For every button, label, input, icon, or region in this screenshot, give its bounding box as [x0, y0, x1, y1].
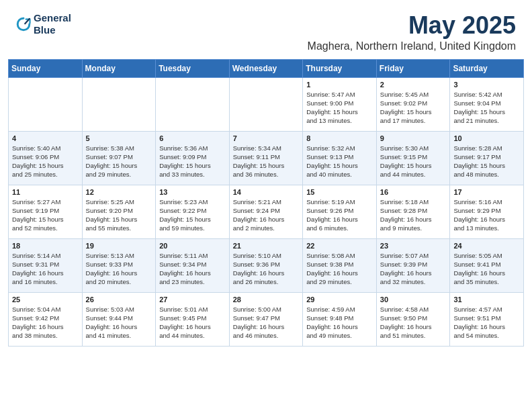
calendar-day-cell: 27Sunrise: 5:01 AM Sunset: 9:45 PM Dayli…	[156, 292, 230, 346]
day-number: 15	[306, 188, 373, 196]
calendar-day-cell: 23Sunrise: 5:07 AM Sunset: 9:39 PM Dayli…	[376, 238, 450, 292]
page-header: General Blue May 2025 Maghera, Northern …	[0, 0, 532, 59]
calendar-day-cell: 10Sunrise: 5:28 AM Sunset: 9:17 PM Dayli…	[450, 131, 524, 185]
day-info: Sunrise: 5:34 AM Sunset: 9:11 PM Dayligh…	[233, 144, 300, 179]
logo: General Blue	[16, 12, 71, 36]
day-info: Sunrise: 5:45 AM Sunset: 9:02 PM Dayligh…	[380, 90, 447, 126]
day-number: 16	[380, 188, 447, 196]
day-info: Sunrise: 5:16 AM Sunset: 9:29 PM Dayligh…	[453, 197, 520, 233]
calendar-week-row: 11Sunrise: 5:27 AM Sunset: 9:19 PM Dayli…	[9, 185, 524, 238]
calendar-day-cell: 17Sunrise: 5:16 AM Sunset: 9:29 PM Dayli…	[450, 185, 524, 238]
day-number: 9	[380, 134, 447, 142]
day-number: 24	[453, 242, 520, 250]
day-number: 13	[159, 188, 226, 196]
day-info: Sunrise: 5:40 AM Sunset: 9:06 PM Dayligh…	[12, 144, 79, 179]
day-number: 2	[380, 81, 447, 89]
day-number: 17	[453, 188, 520, 196]
calendar-day-cell: 18Sunrise: 5:14 AM Sunset: 9:31 PM Dayli…	[9, 238, 83, 292]
day-info: Sunrise: 4:57 AM Sunset: 9:51 PM Dayligh…	[453, 305, 520, 340]
weekday-header-saturday: Saturday	[450, 59, 524, 77]
calendar-day-cell: 31Sunrise: 4:57 AM Sunset: 9:51 PM Dayli…	[450, 292, 524, 346]
logo-text: General Blue	[34, 12, 71, 36]
day-info: Sunrise: 5:38 AM Sunset: 9:07 PM Dayligh…	[86, 144, 152, 179]
day-info: Sunrise: 5:11 AM Sunset: 9:34 PM Dayligh…	[159, 251, 226, 287]
day-info: Sunrise: 5:14 AM Sunset: 9:31 PM Dayligh…	[12, 251, 79, 287]
calendar-container: SundayMondayTuesdayWednesdayThursdayFrid…	[0, 59, 532, 355]
day-number: 18	[12, 242, 79, 250]
calendar-day-cell: 7Sunrise: 5:34 AM Sunset: 9:11 PM Daylig…	[229, 131, 303, 185]
calendar-day-cell: 11Sunrise: 5:27 AM Sunset: 9:19 PM Dayli…	[9, 185, 83, 238]
day-number: 12	[86, 188, 152, 196]
day-info: Sunrise: 5:19 AM Sunset: 9:26 PM Dayligh…	[306, 197, 373, 233]
calendar-week-row: 18Sunrise: 5:14 AM Sunset: 9:31 PM Dayli…	[9, 238, 524, 292]
location: Maghera, Northern Ireland, United Kingdo…	[308, 40, 516, 52]
calendar-day-cell: 29Sunrise: 4:59 AM Sunset: 9:48 PM Dayli…	[303, 292, 377, 346]
day-info: Sunrise: 5:00 AM Sunset: 9:47 PM Dayligh…	[233, 305, 300, 340]
calendar-day-cell: 8Sunrise: 5:32 AM Sunset: 9:13 PM Daylig…	[303, 131, 377, 185]
calendar-day-cell: 25Sunrise: 5:04 AM Sunset: 9:42 PM Dayli…	[9, 292, 83, 346]
day-number: 4	[12, 134, 79, 142]
day-info: Sunrise: 5:03 AM Sunset: 9:44 PM Dayligh…	[86, 305, 152, 340]
day-number: 19	[86, 242, 152, 250]
calendar-day-cell: 2Sunrise: 5:45 AM Sunset: 9:02 PM Daylig…	[376, 77, 450, 131]
calendar-day-cell	[82, 77, 156, 131]
calendar-table: SundayMondayTuesdayWednesdayThursdayFrid…	[8, 59, 524, 347]
day-number: 30	[380, 295, 447, 304]
day-info: Sunrise: 5:36 AM Sunset: 9:09 PM Dayligh…	[159, 144, 226, 179]
day-info: Sunrise: 5:32 AM Sunset: 9:13 PM Dayligh…	[306, 144, 373, 179]
day-info: Sunrise: 5:47 AM Sunset: 9:00 PM Dayligh…	[306, 90, 373, 126]
day-info: Sunrise: 5:27 AM Sunset: 9:19 PM Dayligh…	[12, 197, 79, 233]
day-number: 29	[306, 295, 373, 304]
calendar-day-cell: 14Sunrise: 5:21 AM Sunset: 9:24 PM Dayli…	[229, 185, 303, 238]
month-title: May 2025	[308, 12, 516, 39]
day-info: Sunrise: 5:07 AM Sunset: 9:39 PM Dayligh…	[380, 251, 447, 287]
day-info: Sunrise: 5:25 AM Sunset: 9:20 PM Dayligh…	[86, 197, 152, 233]
calendar-day-cell: 1Sunrise: 5:47 AM Sunset: 9:00 PM Daylig…	[303, 77, 377, 131]
day-number: 1	[306, 81, 373, 89]
calendar-week-row: 25Sunrise: 5:04 AM Sunset: 9:42 PM Dayli…	[9, 292, 524, 346]
calendar-day-cell: 30Sunrise: 4:58 AM Sunset: 9:50 PM Dayli…	[376, 292, 450, 346]
calendar-day-cell: 6Sunrise: 5:36 AM Sunset: 9:09 PM Daylig…	[156, 131, 230, 185]
calendar-day-cell	[156, 77, 230, 131]
calendar-day-cell	[9, 77, 83, 131]
day-number: 8	[306, 134, 373, 142]
day-info: Sunrise: 5:23 AM Sunset: 9:22 PM Dayligh…	[159, 197, 226, 233]
day-number: 7	[233, 134, 300, 142]
day-number: 11	[12, 188, 79, 196]
calendar-day-cell: 4Sunrise: 5:40 AM Sunset: 9:06 PM Daylig…	[9, 131, 83, 185]
day-number: 6	[159, 134, 226, 142]
calendar-day-cell: 9Sunrise: 5:30 AM Sunset: 9:15 PM Daylig…	[376, 131, 450, 185]
day-info: Sunrise: 5:10 AM Sunset: 9:36 PM Dayligh…	[233, 251, 300, 287]
title-section: May 2025 Maghera, Northern Ireland, Unit…	[308, 12, 516, 52]
calendar-day-cell: 12Sunrise: 5:25 AM Sunset: 9:20 PM Dayli…	[82, 185, 156, 238]
day-number: 10	[453, 134, 520, 142]
day-number: 14	[233, 188, 300, 196]
calendar-day-cell: 22Sunrise: 5:08 AM Sunset: 9:38 PM Dayli…	[303, 238, 377, 292]
weekday-header-friday: Friday	[376, 59, 450, 77]
logo-line2: Blue	[34, 24, 71, 36]
day-info: Sunrise: 5:08 AM Sunset: 9:38 PM Dayligh…	[306, 251, 373, 287]
calendar-day-cell: 5Sunrise: 5:38 AM Sunset: 9:07 PM Daylig…	[82, 131, 156, 185]
calendar-day-cell: 15Sunrise: 5:19 AM Sunset: 9:26 PM Dayli…	[303, 185, 377, 238]
calendar-week-row: 4Sunrise: 5:40 AM Sunset: 9:06 PM Daylig…	[9, 131, 524, 185]
day-number: 20	[159, 242, 226, 250]
day-info: Sunrise: 5:18 AM Sunset: 9:28 PM Dayligh…	[380, 197, 447, 233]
day-number: 21	[233, 242, 300, 250]
day-number: 5	[86, 134, 152, 142]
day-info: Sunrise: 5:42 AM Sunset: 9:04 PM Dayligh…	[453, 90, 520, 126]
day-info: Sunrise: 5:01 AM Sunset: 9:45 PM Dayligh…	[159, 305, 226, 340]
day-info: Sunrise: 5:21 AM Sunset: 9:24 PM Dayligh…	[233, 197, 300, 233]
weekday-header-wednesday: Wednesday	[229, 59, 303, 77]
calendar-day-cell: 13Sunrise: 5:23 AM Sunset: 9:22 PM Dayli…	[156, 185, 230, 238]
day-number: 23	[380, 242, 447, 250]
day-info: Sunrise: 5:13 AM Sunset: 9:33 PM Dayligh…	[86, 251, 152, 287]
calendar-day-cell: 28Sunrise: 5:00 AM Sunset: 9:47 PM Dayli…	[229, 292, 303, 346]
day-info: Sunrise: 4:58 AM Sunset: 9:50 PM Dayligh…	[380, 305, 447, 340]
calendar-header-row: SundayMondayTuesdayWednesdayThursdayFrid…	[9, 59, 524, 77]
calendar-day-cell: 20Sunrise: 5:11 AM Sunset: 9:34 PM Dayli…	[156, 238, 230, 292]
calendar-day-cell: 3Sunrise: 5:42 AM Sunset: 9:04 PM Daylig…	[450, 77, 524, 131]
day-info: Sunrise: 5:28 AM Sunset: 9:17 PM Dayligh…	[453, 144, 520, 179]
day-info: Sunrise: 4:59 AM Sunset: 9:48 PM Dayligh…	[306, 305, 373, 340]
day-info: Sunrise: 5:04 AM Sunset: 9:42 PM Dayligh…	[12, 305, 79, 340]
day-number: 3	[453, 81, 520, 89]
